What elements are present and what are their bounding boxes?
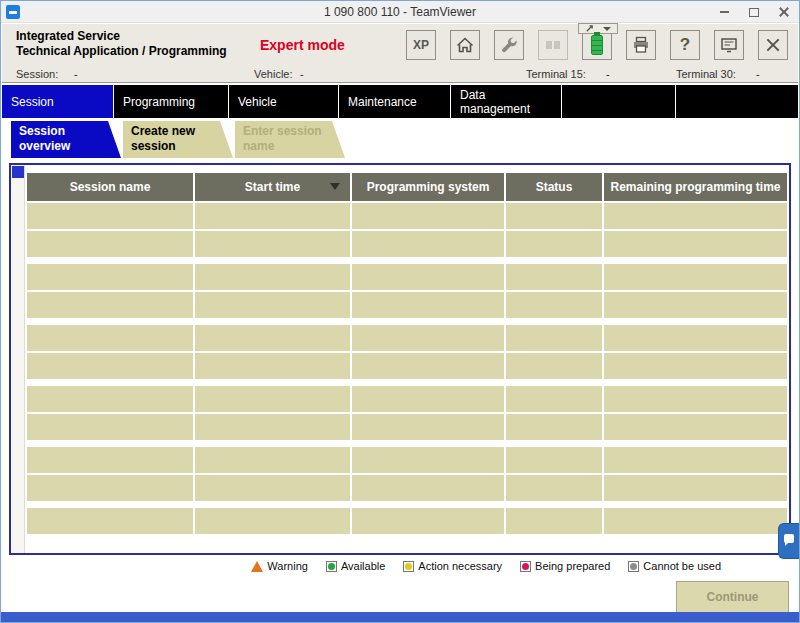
session-label: Session: xyxy=(16,68,58,80)
tab-maintenance[interactable]: Maintenance xyxy=(339,85,451,118)
column-status[interactable]: Status xyxy=(506,173,602,201)
continue-button[interactable]: Continue xyxy=(676,581,789,613)
column-session-name[interactable]: Session name xyxy=(27,173,193,201)
status-bar: Session: - Vehicle: - Terminal 15: - Ter… xyxy=(2,66,798,83)
table-row[interactable] xyxy=(27,386,787,412)
table-cell xyxy=(27,475,193,501)
minimize-button[interactable] xyxy=(717,5,731,19)
sub-tab-bar: Session overview Create new session Ente… xyxy=(11,121,345,158)
column-remaining-time-label: Remaining programming time xyxy=(610,180,780,194)
table-cell xyxy=(27,292,193,318)
table-cell xyxy=(195,447,350,473)
tab-data-management-label: Data management xyxy=(460,88,546,116)
tab-data-management[interactable]: Data management xyxy=(451,85,562,118)
close-icon xyxy=(778,6,790,18)
maximize-button[interactable] xyxy=(747,5,761,19)
table-row[interactable] xyxy=(27,447,787,473)
table-cell xyxy=(27,508,193,534)
table-cell xyxy=(352,203,504,229)
subtab-session-overview[interactable]: Session overview xyxy=(11,121,121,158)
help-label: ? xyxy=(680,35,690,55)
table-cell xyxy=(27,353,193,379)
close-app-icon xyxy=(765,37,781,53)
scrollbar-button[interactable] xyxy=(12,166,24,178)
legend-available: Available xyxy=(326,560,385,572)
window-controls xyxy=(717,1,791,23)
table-cell xyxy=(604,264,787,290)
available-icon xyxy=(326,561,337,572)
table-cell xyxy=(195,231,350,257)
session-table: Session name Start time Programming syst… xyxy=(27,173,787,551)
table-cell xyxy=(506,447,602,473)
vertical-scrollbar[interactable] xyxy=(11,165,25,553)
table-cell xyxy=(352,508,504,534)
table-row[interactable] xyxy=(27,353,787,379)
table-cell xyxy=(506,353,602,379)
table-cell xyxy=(604,325,787,351)
warning-icon xyxy=(251,561,263,572)
vehicle-label: Vehicle: xyxy=(254,68,293,80)
table-cell xyxy=(352,353,504,379)
table-row[interactable] xyxy=(27,292,787,318)
table-cell xyxy=(506,292,602,318)
tab-vehicle[interactable]: Vehicle xyxy=(229,85,339,118)
table-cell xyxy=(27,325,193,351)
legend-cannot-be-used-label: Cannot be used xyxy=(643,560,721,572)
table-cell xyxy=(27,447,193,473)
column-start-time[interactable]: Start time xyxy=(195,173,350,201)
header-toolbar: XP ? xyxy=(406,30,788,60)
table-cell xyxy=(506,386,602,412)
table-cell xyxy=(195,475,350,501)
table-cell xyxy=(604,414,787,440)
bottom-bar xyxy=(1,612,799,622)
table-cell xyxy=(27,203,193,229)
close-app-button[interactable] xyxy=(758,30,788,60)
terminal15-label: Terminal 15: xyxy=(526,68,586,80)
table-row[interactable] xyxy=(27,325,787,351)
printer-icon xyxy=(631,35,651,55)
battery-icon xyxy=(591,35,603,55)
tab-vehicle-label: Vehicle xyxy=(238,95,277,109)
table-row[interactable] xyxy=(27,264,787,290)
home-icon xyxy=(455,35,475,55)
table-row[interactable] xyxy=(27,203,787,229)
terminal30-label: Terminal 30: xyxy=(676,68,736,80)
sort-desc-icon[interactable] xyxy=(330,183,340,190)
subtab-create-new-session-label: Create new session xyxy=(131,124,195,153)
table-cell xyxy=(195,353,350,379)
expand-icon xyxy=(585,24,594,33)
print-button[interactable] xyxy=(626,30,656,60)
tab-empty-2 xyxy=(676,85,798,118)
title-bar: 1 090 800 110 - TeamViewer xyxy=(1,1,799,23)
table-rows xyxy=(27,203,787,534)
terminal30-value: - xyxy=(756,68,760,80)
close-button[interactable] xyxy=(777,5,791,19)
column-session-name-label: Session name xyxy=(70,180,151,194)
table-cell xyxy=(352,231,504,257)
table-cell xyxy=(195,292,350,318)
teamviewer-window: 1 090 800 110 - TeamViewer Integrated Se… xyxy=(0,0,800,623)
subtab-create-new-session[interactable]: Create new session xyxy=(123,121,233,158)
table-row[interactable] xyxy=(27,475,787,501)
status-legend: Warning Available Action necessary Being… xyxy=(1,560,721,572)
help-button[interactable]: ? xyxy=(670,30,700,60)
table-cell xyxy=(352,292,504,318)
tools-button[interactable] xyxy=(494,30,524,60)
terminal15-value: - xyxy=(606,68,610,80)
column-programming-system[interactable]: Programming system xyxy=(352,173,504,201)
tab-programming[interactable]: Programming xyxy=(114,85,229,118)
tab-programming-label: Programming xyxy=(123,95,195,109)
battery-status-button[interactable] xyxy=(582,30,612,60)
teamviewer-panel-handle[interactable] xyxy=(778,523,799,559)
tab-session[interactable]: Session xyxy=(2,85,114,118)
table-row[interactable] xyxy=(27,414,787,440)
subtab-session-overview-label: Session overview xyxy=(19,124,70,153)
column-remaining-time[interactable]: Remaining programming time xyxy=(604,173,787,201)
table-row[interactable] xyxy=(27,231,787,257)
home-button[interactable] xyxy=(450,30,480,60)
session-table-panel: Session name Start time Programming syst… xyxy=(9,163,791,555)
table-row[interactable] xyxy=(27,508,787,534)
display-button[interactable] xyxy=(714,30,744,60)
legend-warning-label: Warning xyxy=(267,560,308,572)
xp-button[interactable]: XP xyxy=(406,30,436,60)
